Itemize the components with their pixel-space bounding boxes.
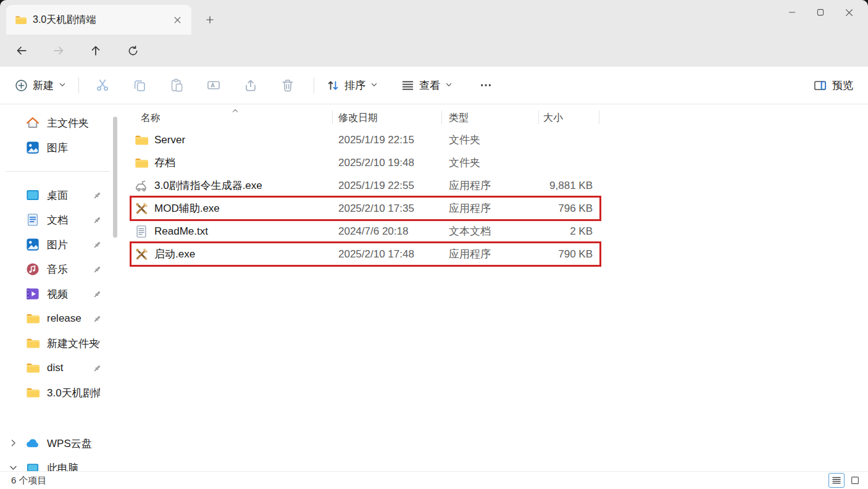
sidebar-scrollbar[interactable] xyxy=(113,117,117,238)
gallery-icon xyxy=(26,141,40,154)
chevron-down-icon xyxy=(445,79,453,91)
app-tool-icon xyxy=(135,202,148,215)
wps-cloud-icon xyxy=(26,437,40,450)
icons-view-icon xyxy=(850,475,860,485)
share-button[interactable] xyxy=(238,73,263,98)
column-divider[interactable] xyxy=(332,111,333,124)
forward-button[interactable] xyxy=(48,40,69,61)
sidebar-item-music[interactable]: 音乐 xyxy=(1,257,116,282)
sidebar-item-label: 图片 xyxy=(47,238,68,252)
column-header-date[interactable]: 修改日期 xyxy=(332,112,441,125)
view-button[interactable]: 查看 xyxy=(395,73,459,98)
view-icon xyxy=(401,79,414,92)
file-name: Server xyxy=(154,134,185,146)
pictures-icon xyxy=(26,238,40,251)
icons-view-button[interactable] xyxy=(847,473,863,488)
sidebar-item-label: 图库 xyxy=(47,141,68,155)
column-header-size[interactable]: 大小 xyxy=(538,112,601,125)
sidebar-item-dist[interactable]: dist xyxy=(1,356,116,380)
file-name: 3.0剧情指令生成器.exe xyxy=(154,178,262,193)
file-name: 启动.exe xyxy=(154,247,195,261)
this-pc-icon xyxy=(26,461,40,471)
file-type: 文件夹 xyxy=(441,156,538,170)
column-divider[interactable] xyxy=(538,111,539,124)
close-window-button[interactable] xyxy=(835,1,863,23)
chevron-down-icon[interactable] xyxy=(9,463,19,471)
copy-button[interactable] xyxy=(127,73,152,98)
file-row-0[interactable]: Server2025/1/19 22:15文件夹 xyxy=(130,128,601,151)
sort-button[interactable]: 排序 xyxy=(320,73,384,98)
sidebar-item-story-client[interactable]: 3.0天机剧情端 xyxy=(1,380,116,405)
column-header-name[interactable]: 名称 xyxy=(130,112,332,125)
cut-button[interactable] xyxy=(90,73,115,98)
copy-icon xyxy=(133,78,146,92)
rename-button[interactable] xyxy=(201,73,226,98)
file-name: ReadMe.txt xyxy=(154,225,208,238)
back-button[interactable] xyxy=(11,40,32,61)
pin-icon xyxy=(92,240,102,250)
pin-icon xyxy=(92,215,102,225)
minimize-button[interactable] xyxy=(778,1,806,23)
file-row-3[interactable]: MOD辅助.exe2025/2/10 17:35应用程序796 KB xyxy=(130,197,601,220)
new-tab-button[interactable] xyxy=(201,11,219,28)
file-size: 790 KB xyxy=(538,248,601,261)
column-divider[interactable] xyxy=(441,111,442,124)
file-size: 796 KB xyxy=(538,203,601,215)
text-icon xyxy=(135,225,148,238)
pin-icon xyxy=(92,388,102,398)
sidebar-divider xyxy=(6,171,110,172)
sort-icon xyxy=(327,79,340,92)
sidebar-item-label: 文档 xyxy=(47,213,68,227)
sidebar-item-wps-cloud[interactable]: WPS云盘 xyxy=(1,431,116,456)
file-row-5[interactable]: 启动.exe2025/2/10 17:48应用程序790 KB xyxy=(130,243,601,265)
chevron-right-icon[interactable] xyxy=(9,438,19,448)
desktop-icon xyxy=(26,188,40,202)
preview-label: 预览 xyxy=(832,78,853,93)
paste-button[interactable] xyxy=(164,73,189,98)
file-name: MOD辅助.exe xyxy=(154,201,220,215)
sidebar-item-videos[interactable]: 视频 xyxy=(1,282,116,306)
column-divider[interactable] xyxy=(599,111,599,124)
file-row-4[interactable]: ReadMe.txt2024/7/6 20:18文本文档2 KB xyxy=(130,220,601,243)
sidebar-item-documents[interactable]: 文档 xyxy=(1,207,116,232)
delete-button[interactable] xyxy=(275,73,300,98)
refresh-button[interactable] xyxy=(122,40,143,61)
file-row-1[interactable]: 存档2025/2/10 19:48文件夹 xyxy=(130,151,601,174)
file-name-cell: ReadMe.txt xyxy=(130,225,332,238)
file-type: 文本文档 xyxy=(441,224,538,238)
column-header-type[interactable]: 类型 xyxy=(441,112,538,125)
maximize-button[interactable] xyxy=(806,1,835,23)
sidebar-item-pictures[interactable]: 图片 xyxy=(1,232,116,257)
folder-icon xyxy=(135,133,148,147)
file-list: 名称 修改日期 类型 大小 Server2025/1/19 22:15文件夹存档… xyxy=(130,105,601,265)
sidebar-item-gallery[interactable]: 图库 xyxy=(1,135,116,160)
pin-icon xyxy=(92,314,102,324)
ellipsis-icon xyxy=(479,78,493,92)
file-date: 2025/1/19 22:55 xyxy=(332,180,441,192)
file-type: 应用程序 xyxy=(441,201,538,215)
file-row-2[interactable]: 3.0剧情指令生成器.exe2025/1/19 22:55应用程序9,881 K… xyxy=(130,174,601,197)
sidebar-item-release[interactable]: release xyxy=(1,306,116,331)
sidebar-item-desktop[interactable]: 桌面 xyxy=(1,183,116,207)
status-bar: 6 个项目 xyxy=(0,471,868,489)
details-view-button[interactable] xyxy=(828,473,845,488)
file-name-cell: 存档 xyxy=(130,156,332,170)
sidebar-item-this-pc[interactable]: 此电脑 xyxy=(1,456,116,471)
up-icon xyxy=(90,44,102,57)
sidebar-item-label: 音乐 xyxy=(47,262,68,277)
trash-icon xyxy=(281,78,294,92)
close-icon xyxy=(844,7,854,18)
explorer-tab[interactable]: 3.0天机剧情端 xyxy=(6,5,191,35)
preview-button[interactable]: 预览 xyxy=(809,67,858,104)
plus-circle-icon xyxy=(15,79,28,92)
sidebar-item-label: WPS云盘 xyxy=(47,437,92,451)
up-button[interactable] xyxy=(85,40,106,61)
new-button[interactable]: 新建 xyxy=(9,73,72,98)
sidebar-item-home[interactable]: 主文件夹 xyxy=(1,111,116,135)
file-type: 应用程序 xyxy=(441,178,538,193)
more-options-button[interactable] xyxy=(474,73,498,98)
tab-close-button[interactable] xyxy=(169,12,185,28)
sidebar-item-new-folder[interactable]: 新建文件夹 xyxy=(1,331,116,356)
cut-icon xyxy=(96,78,109,92)
file-date: 2025/2/10 17:35 xyxy=(332,203,441,215)
